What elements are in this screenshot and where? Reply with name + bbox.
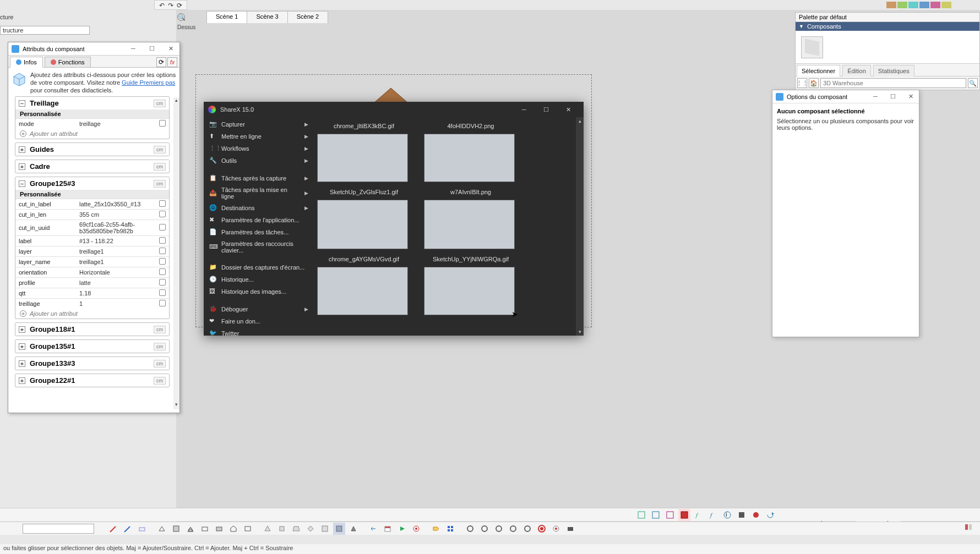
tool-a3[interactable]	[664, 509, 676, 521]
shape-b-tool[interactable]	[276, 523, 288, 535]
shape-a-tool[interactable]	[262, 523, 274, 535]
attr-scrollbar[interactable]: ▴ ▾	[173, 97, 179, 409]
sx-menu-paramtresdestches[interactable]: 📄Paramètres des tâches...	[204, 226, 314, 238]
gallery-item[interactable]: SketchUp_YYjNIWGRQa.gif	[424, 254, 518, 315]
gallery-thumbnail[interactable]	[424, 200, 515, 249]
attr-value[interactable]: treillage	[76, 119, 156, 129]
eraser-tool[interactable]	[136, 523, 148, 535]
expand-toggle[interactable]: −	[19, 100, 25, 107]
shape-f-tool[interactable]	[333, 523, 345, 535]
gallery-thumbnail[interactable]	[317, 267, 408, 315]
target-tool[interactable]	[410, 523, 422, 535]
expand-toggle[interactable]: +	[19, 163, 25, 170]
attr-value[interactable]: Horizontale	[76, 267, 156, 278]
tool-a9[interactable]	[750, 509, 762, 521]
sharex-titlebar[interactable]: ShareX 15.0 ─ ☐ ✕	[204, 102, 584, 117]
sx-minimize[interactable]: ─	[513, 102, 535, 117]
tool-a2[interactable]	[650, 509, 662, 521]
refresh-icon[interactable]: ⟳	[177, 2, 182, 8]
sx-menu-dboguer[interactable]: 🐞Déboguer▶	[204, 303, 314, 315]
gallery-thumbnail[interactable]	[317, 200, 408, 249]
attr-value[interactable]: treillage1	[76, 257, 156, 267]
attr-titlebar[interactable]: Attributs du composant ─ ☐ ✕	[8, 42, 179, 56]
opts-close[interactable]: ✕	[906, 93, 916, 100]
pencil-red-tool[interactable]	[107, 523, 119, 535]
opts-titlebar[interactable]: Options du composant ─ ☐ ✕	[772, 90, 919, 103]
edit-icon[interactable]	[159, 268, 166, 275]
refresh-button[interactable]: ⟳	[156, 57, 166, 67]
tool-a4[interactable]	[678, 509, 690, 521]
sx-menu-historiquedesimages[interactable]: 🖼Historique des images...	[204, 286, 314, 298]
grid-tool[interactable]	[444, 523, 456, 535]
sharex-scrollbar[interactable]: ▴ ▾	[576, 117, 584, 336]
scene-tab-2[interactable]: Scène 2	[287, 11, 328, 23]
box2-tool[interactable]	[213, 523, 225, 535]
attr-row[interactable]: label#13 - 118.22	[15, 236, 169, 246]
expand-toggle[interactable]: +	[19, 360, 25, 367]
magnify-icon[interactable]: 🔍	[177, 13, 185, 21]
sx-menu-paramtresdesraccourcisclavier[interactable]: ⌨Paramètres des raccourcis clavier...	[204, 238, 314, 256]
opts-minimize[interactable]: ─	[870, 93, 880, 100]
gallery-item[interactable]: chrome_jItiBX3kBC.gif	[317, 120, 411, 182]
edit-icon[interactable]	[159, 200, 166, 207]
scene-tab-3[interactable]: Scène 3	[247, 11, 287, 23]
attr-value[interactable]: latte	[76, 278, 156, 288]
plus-icon[interactable]: +	[20, 310, 26, 317]
sx-menu-paramtresdelapplication[interactable]: ✖Paramètres de l'application...	[204, 214, 314, 226]
attr-row[interactable]: cut_in_labellatte_25x10x3550_#13	[15, 199, 169, 210]
tool-a6[interactable]: 𝑓	[707, 509, 719, 521]
house-iso-tool[interactable]	[156, 523, 168, 535]
tool-a8[interactable]	[736, 509, 748, 521]
gallery-item[interactable]: SketchUp_ZvGlsFluz1.gif	[317, 187, 411, 249]
gear3-tool[interactable]	[493, 523, 505, 535]
attr-row[interactable]: qtt1.18	[15, 288, 169, 299]
calendar-tool[interactable]	[382, 523, 394, 535]
tag-tool[interactable]	[430, 523, 442, 535]
attr-value[interactable]: 1.18	[76, 288, 156, 299]
shape-c-tool[interactable]	[290, 523, 302, 535]
tab-select[interactable]: Sélectionner	[797, 65, 840, 76]
edit-icon[interactable]	[159, 120, 166, 127]
attr-body[interactable]: −TreillagecmPersonnaliséemodetreillage+A…	[12, 93, 177, 410]
shape-g-tool[interactable]	[347, 523, 360, 535]
gear2-tool[interactable]	[478, 523, 491, 535]
edit-icon[interactable]	[159, 279, 166, 286]
opts-maximize[interactable]: ☐	[888, 93, 898, 100]
sx-menu-workflows[interactable]: ⋮⋮Workflows▶	[204, 142, 314, 155]
tool-a10[interactable]	[764, 509, 776, 521]
sx-menu-outils[interactable]: 🔧Outils▶	[204, 155, 314, 167]
attr-value[interactable]: 355 cm	[76, 210, 156, 220]
gallery-thumbnail[interactable]	[424, 267, 515, 315]
shape-d-tool[interactable]	[304, 523, 317, 535]
fx-toggle-button[interactable]: fx	[167, 57, 177, 67]
edit-icon[interactable]	[159, 237, 166, 244]
play-tool[interactable]	[396, 523, 408, 535]
scroll-up-icon[interactable]: ▴	[576, 117, 584, 125]
plus-icon[interactable]: +	[20, 130, 26, 137]
scene-tab-1[interactable]: Scène 1	[206, 11, 247, 23]
expand-toggle[interactable]: −	[19, 180, 25, 187]
search-button[interactable]: 🔍	[968, 78, 978, 88]
tool-a1[interactable]	[635, 509, 647, 521]
minimize-button[interactable]: ─	[128, 45, 139, 52]
sx-menu-tchesaprslamiseenligne[interactable]: 📤Tâches après la mise en ligne▶	[204, 184, 314, 202]
sx-menu-faireundon[interactable]: ❤Faire un don...	[204, 315, 314, 327]
add-attribute-row[interactable]: +Ajouter un attribut	[15, 309, 169, 319]
box-tool[interactable]	[199, 523, 211, 535]
sx-menu-mettreenligne[interactable]: ⬆Mettre en ligne▶	[204, 130, 314, 142]
tool-a7[interactable]: i	[721, 509, 733, 521]
gear5-tool[interactable]	[521, 523, 533, 535]
expand-toggle[interactable]: +	[19, 326, 25, 333]
attr-value[interactable]: 69cf1ca6-2c55-4afb-b35d5805be7b982b	[76, 220, 156, 236]
sx-menu-twitter[interactable]: 🐦Twitter	[204, 327, 314, 336]
tab-infos[interactable]: Infos	[10, 57, 43, 68]
gallery-item[interactable]: w7AIvnIBIt.png	[424, 187, 518, 249]
attr-row[interactable]: layer_nametreillage1	[15, 257, 169, 267]
gear1-tool[interactable]	[464, 523, 476, 535]
scroll-down-icon[interactable]: ▾	[576, 328, 584, 336]
tab-stats[interactable]: Statistiques	[873, 65, 914, 76]
rect-tool[interactable]	[242, 523, 254, 535]
sx-menu-destinations[interactable]: 🌐Destinations▶	[204, 202, 314, 214]
record-tool[interactable]	[536, 523, 548, 535]
cube-tool[interactable]	[170, 523, 182, 535]
